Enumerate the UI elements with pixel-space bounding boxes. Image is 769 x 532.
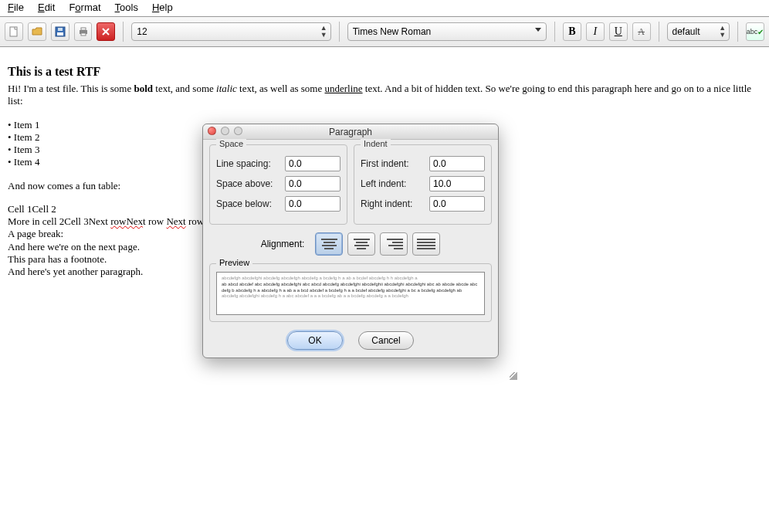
alignment-label: Alignment: bbox=[261, 239, 305, 249]
svg-rect-6 bbox=[81, 33, 86, 36]
window-minimize-icon[interactable] bbox=[221, 127, 229, 135]
space-below-label: Space below: bbox=[216, 198, 272, 209]
save-file-button[interactable] bbox=[51, 22, 69, 41]
font-family-value: Times New Roman bbox=[353, 26, 432, 37]
print-button[interactable] bbox=[74, 22, 93, 41]
doc-title: This is a test RTF bbox=[8, 64, 761, 80]
font-size-value: 12 bbox=[137, 26, 147, 37]
paragraph-dialog: Paragraph Space Line spacing: Space abov… bbox=[202, 124, 499, 358]
right-indent-input[interactable] bbox=[429, 196, 485, 212]
resize-grip-icon[interactable] bbox=[510, 372, 517, 380]
stepper-arrows-icon: ▲▼ bbox=[719, 25, 726, 39]
strikethrough-button[interactable]: A bbox=[632, 22, 651, 41]
space-above-label: Space above: bbox=[216, 178, 273, 189]
cancel-button[interactable]: Cancel bbox=[358, 331, 414, 350]
space-group: Space Line spacing: Space above: Space b… bbox=[209, 144, 347, 225]
window-close-icon[interactable] bbox=[208, 127, 216, 135]
bold-button[interactable]: B bbox=[563, 22, 581, 41]
menu-help[interactable]: Help bbox=[152, 2, 173, 13]
group-legend: Indent bbox=[361, 139, 391, 148]
svg-rect-0 bbox=[10, 27, 17, 36]
font-size-select[interactable]: 12 ▲▼ bbox=[131, 22, 330, 41]
right-indent-label: Right indent: bbox=[361, 198, 412, 209]
new-file-button[interactable] bbox=[5, 22, 23, 41]
line-spacing-input[interactable] bbox=[285, 156, 340, 171]
toolbar: 12 ▲▼ Times New Roman B I U A default ▲▼… bbox=[0, 16, 769, 47]
dialog-title: Paragraph bbox=[329, 127, 372, 137]
left-indent-input[interactable] bbox=[429, 176, 485, 191]
space-below-input[interactable] bbox=[285, 196, 340, 212]
align-center-button[interactable] bbox=[347, 232, 375, 256]
style-select[interactable]: default ▲▼ bbox=[667, 22, 730, 41]
preview-box: abcdefgh abcdefghi abcdefg abcdefgh abcd… bbox=[216, 272, 485, 315]
ok-button[interactable]: OK bbox=[287, 331, 343, 350]
window-controls bbox=[208, 127, 242, 135]
dropdown-arrow-icon bbox=[535, 28, 541, 32]
menu-edit[interactable]: Edit bbox=[38, 2, 55, 13]
svg-rect-2 bbox=[57, 32, 63, 36]
group-legend: Space bbox=[216, 139, 246, 148]
toolbar-divider bbox=[339, 22, 340, 42]
toolbar-divider bbox=[554, 22, 555, 42]
first-indent-input[interactable] bbox=[429, 156, 485, 171]
toolbar-divider bbox=[123, 22, 124, 42]
close-button[interactable] bbox=[97, 22, 115, 41]
menu-format[interactable]: Format bbox=[69, 2, 100, 13]
menu-tools[interactable]: Tools bbox=[115, 2, 138, 13]
align-left-button[interactable] bbox=[315, 232, 343, 256]
menu-bar: File Edit Format Tools Help bbox=[0, 0, 769, 16]
svg-rect-3 bbox=[58, 28, 63, 31]
open-file-button[interactable] bbox=[28, 22, 46, 41]
italic-button[interactable]: I bbox=[586, 22, 605, 41]
toolbar-divider bbox=[659, 22, 659, 42]
left-indent-label: Left indent: bbox=[361, 178, 406, 189]
align-right-button[interactable] bbox=[380, 232, 408, 256]
preview-group: Preview abcdefgh abcdefghi abcdefg abcde… bbox=[209, 263, 492, 322]
toolbar-divider bbox=[737, 22, 738, 42]
space-above-input[interactable] bbox=[285, 176, 340, 191]
alignment-row: Alignment: bbox=[209, 232, 492, 256]
group-legend: Preview bbox=[216, 258, 252, 267]
stepper-arrows-icon: ▲▼ bbox=[320, 25, 327, 39]
svg-rect-5 bbox=[81, 28, 86, 30]
dialog-titlebar[interactable]: Paragraph bbox=[203, 124, 498, 140]
style-value: default bbox=[672, 26, 700, 37]
doc-paragraph: Hi! I'm a test file. This is some bold t… bbox=[8, 83, 761, 108]
window-zoom-icon[interactable] bbox=[234, 127, 242, 135]
indent-group: Indent First indent: Left indent: Right … bbox=[354, 144, 492, 225]
menu-file[interactable]: File bbox=[8, 2, 24, 13]
underline-button[interactable]: U bbox=[609, 22, 628, 41]
font-family-select[interactable]: Times New Roman bbox=[347, 22, 547, 41]
line-spacing-label: Line spacing: bbox=[216, 158, 271, 169]
first-indent-label: First indent: bbox=[361, 158, 409, 169]
spellcheck-button[interactable]: abc✔ bbox=[746, 22, 764, 41]
align-justify-button[interactable] bbox=[412, 232, 440, 256]
